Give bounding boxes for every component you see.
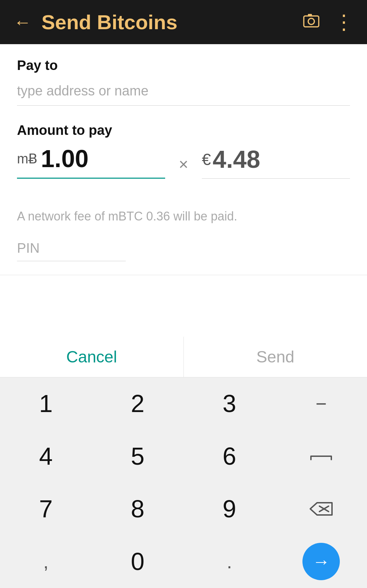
eur-symbol: € xyxy=(202,150,211,169)
page-title: Send Bitcoins xyxy=(41,11,302,34)
amount-btc-input[interactable] xyxy=(41,145,165,173)
key-backspace[interactable] xyxy=(275,483,367,535)
key-6[interactable]: 6 xyxy=(184,430,275,483)
camera-icon[interactable] xyxy=(302,11,320,33)
back-button[interactable]: ← xyxy=(14,13,31,31)
key-5[interactable]: 5 xyxy=(92,430,184,483)
svg-point-1 xyxy=(308,18,314,24)
amount-eur-field: € 4.48 xyxy=(202,145,350,179)
numeric-keyboard: 1 2 3 − 4 5 6 7 8 9 , 0 . → xyxy=(0,377,367,588)
svg-rect-2 xyxy=(308,14,312,16)
multiplier-symbol: × xyxy=(172,155,195,179)
enter-arrow-icon: → xyxy=(312,551,330,572)
key-dash[interactable]: − xyxy=(275,377,367,430)
header-actions: ⋮ xyxy=(302,10,353,34)
pay-to-section: Pay to xyxy=(17,58,350,123)
btc-currency-label: mɃ xyxy=(17,151,37,166)
key-3[interactable]: 3 xyxy=(184,377,275,430)
cancel-button[interactable]: Cancel xyxy=(0,337,184,377)
app-header: ← Send Bitcoins ⋮ xyxy=(0,0,367,44)
key-comma[interactable]: , xyxy=(0,535,92,588)
pay-to-label: Pay to xyxy=(17,58,350,73)
key-8[interactable]: 8 xyxy=(92,483,184,535)
key-enter[interactable]: → xyxy=(275,535,367,588)
key-period[interactable]: . xyxy=(184,535,275,588)
pin-input[interactable] xyxy=(17,237,126,261)
pay-to-input[interactable] xyxy=(17,80,350,106)
amount-section: Amount to pay mɃ × € 4.48 xyxy=(17,123,350,179)
amount-btc-field: mɃ xyxy=(17,145,165,179)
key-7[interactable]: 7 xyxy=(0,483,92,535)
key-4[interactable]: 4 xyxy=(0,430,92,483)
divider xyxy=(0,275,367,275)
key-2[interactable]: 2 xyxy=(92,377,184,430)
network-fee-text: A network fee of mBTC 0.36 will be paid. xyxy=(17,209,350,224)
key-space[interactable] xyxy=(275,430,367,483)
more-options-icon[interactable]: ⋮ xyxy=(334,10,353,34)
svg-rect-0 xyxy=(304,16,319,27)
send-button[interactable]: Send xyxy=(184,337,367,377)
enter-button[interactable]: → xyxy=(302,543,340,580)
key-1[interactable]: 1 xyxy=(0,377,92,430)
key-0[interactable]: 0 xyxy=(92,535,184,588)
eur-value: 4.48 xyxy=(213,145,260,173)
main-content: Pay to Amount to pay mɃ × € 4.48 A netwo… xyxy=(0,44,367,337)
amount-label: Amount to pay xyxy=(17,123,350,138)
key-9[interactable]: 9 xyxy=(184,483,275,535)
action-buttons: Cancel Send xyxy=(0,337,367,377)
amount-row: mɃ × € 4.48 xyxy=(17,145,350,179)
